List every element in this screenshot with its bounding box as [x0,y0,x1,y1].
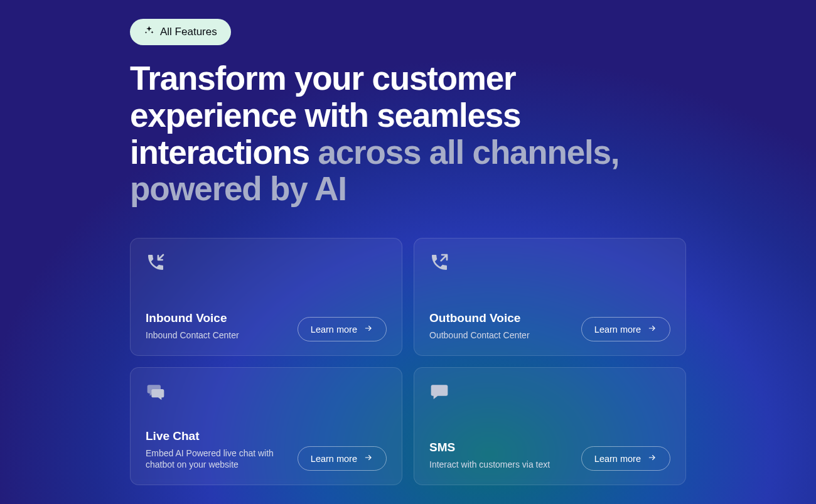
learn-more-button[interactable]: Learn more [298,446,387,471]
phone-inbound-icon [146,252,166,272]
feature-cards-grid: Inbound Voice Inbound Contact Center Lea… [130,238,686,485]
card-sms: SMS Interact with customers via text Lea… [414,367,686,485]
arrow-right-icon [363,324,373,335]
page-container: All Features Transform your customer exp… [0,0,816,485]
card-live-chat: Live Chat Embed AI Powered live chat wit… [130,367,402,485]
learn-more-button[interactable]: Learn more [298,317,387,341]
badge-label: All Features [160,26,217,38]
all-features-badge: All Features [130,19,231,45]
chat-bubbles-icon [146,382,166,402]
learn-more-button[interactable]: Learn more [581,446,670,471]
card-title: SMS [429,441,550,454]
phone-outbound-icon [429,252,449,272]
card-outbound-voice: Outbound Voice Outbound Contact Center L… [414,238,686,356]
arrow-right-icon [647,453,657,464]
card-desc: Outbound Contact Center [429,330,530,341]
card-inbound-voice: Inbound Voice Inbound Contact Center Lea… [130,238,402,356]
arrow-right-icon [647,324,657,335]
card-title: Live Chat [146,429,290,443]
learn-more-button[interactable]: Learn more [581,317,670,341]
learn-more-label: Learn more [594,454,641,464]
card-desc: Embed AI Powered live chat with chatbot … [146,448,290,471]
learn-more-label: Learn more [311,324,357,335]
card-title: Inbound Voice [146,311,239,325]
sparkles-icon [144,25,154,39]
page-headline: Transform your customer experience with … [130,60,686,208]
message-icon [429,382,449,402]
card-desc: Interact with customers via text [429,459,550,471]
arrow-right-icon [363,453,373,464]
learn-more-label: Learn more [311,454,357,464]
card-desc: Inbound Contact Center [146,330,239,341]
card-title: Outbound Voice [429,311,530,325]
learn-more-label: Learn more [594,324,641,335]
